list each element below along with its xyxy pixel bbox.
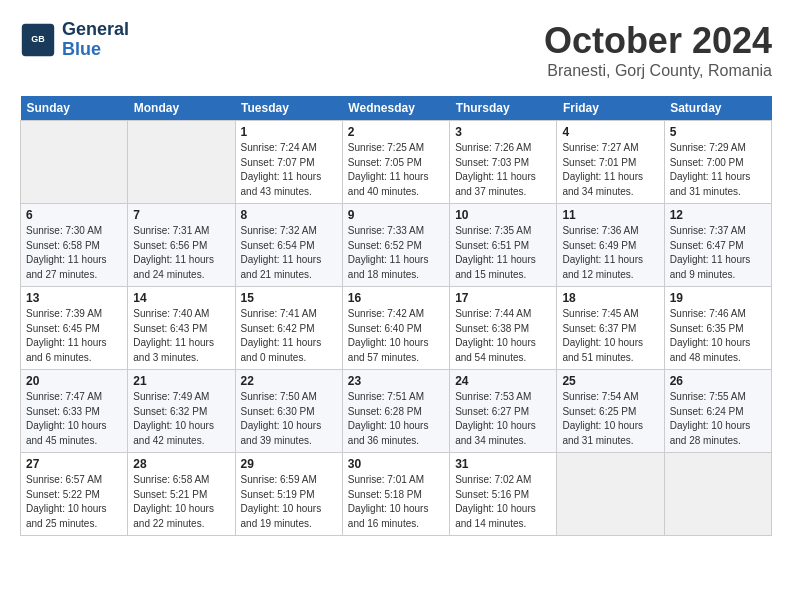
day-number: 3 <box>455 125 551 139</box>
day-info: Sunrise: 7:02 AM Sunset: 5:16 PM Dayligh… <box>455 473 551 531</box>
calendar-cell: 16Sunrise: 7:42 AM Sunset: 6:40 PM Dayli… <box>342 287 449 370</box>
day-number: 14 <box>133 291 229 305</box>
day-info: Sunrise: 7:44 AM Sunset: 6:38 PM Dayligh… <box>455 307 551 365</box>
day-info: Sunrise: 7:33 AM Sunset: 6:52 PM Dayligh… <box>348 224 444 282</box>
calendar-cell: 21Sunrise: 7:49 AM Sunset: 6:32 PM Dayli… <box>128 370 235 453</box>
day-info: Sunrise: 6:57 AM Sunset: 5:22 PM Dayligh… <box>26 473 122 531</box>
day-info: Sunrise: 7:55 AM Sunset: 6:24 PM Dayligh… <box>670 390 766 448</box>
day-number: 24 <box>455 374 551 388</box>
calendar-table: SundayMondayTuesdayWednesdayThursdayFrid… <box>20 96 772 536</box>
calendar-cell: 31Sunrise: 7:02 AM Sunset: 5:16 PM Dayli… <box>450 453 557 536</box>
day-info: Sunrise: 7:47 AM Sunset: 6:33 PM Dayligh… <box>26 390 122 448</box>
day-number: 4 <box>562 125 658 139</box>
weekday-header-monday: Monday <box>128 96 235 121</box>
day-info: Sunrise: 7:50 AM Sunset: 6:30 PM Dayligh… <box>241 390 337 448</box>
weekday-header-saturday: Saturday <box>664 96 771 121</box>
day-number: 1 <box>241 125 337 139</box>
day-number: 22 <box>241 374 337 388</box>
weekday-header-thursday: Thursday <box>450 96 557 121</box>
calendar-cell: 27Sunrise: 6:57 AM Sunset: 5:22 PM Dayli… <box>21 453 128 536</box>
day-number: 29 <box>241 457 337 471</box>
day-info: Sunrise: 7:37 AM Sunset: 6:47 PM Dayligh… <box>670 224 766 282</box>
calendar-cell: 23Sunrise: 7:51 AM Sunset: 6:28 PM Dayli… <box>342 370 449 453</box>
day-info: Sunrise: 7:01 AM Sunset: 5:18 PM Dayligh… <box>348 473 444 531</box>
calendar-cell: 17Sunrise: 7:44 AM Sunset: 6:38 PM Dayli… <box>450 287 557 370</box>
day-number: 8 <box>241 208 337 222</box>
day-number: 19 <box>670 291 766 305</box>
calendar-cell: 18Sunrise: 7:45 AM Sunset: 6:37 PM Dayli… <box>557 287 664 370</box>
day-info: Sunrise: 7:30 AM Sunset: 6:58 PM Dayligh… <box>26 224 122 282</box>
calendar-cell: 28Sunrise: 6:58 AM Sunset: 5:21 PM Dayli… <box>128 453 235 536</box>
calendar-cell: 26Sunrise: 7:55 AM Sunset: 6:24 PM Dayli… <box>664 370 771 453</box>
day-info: Sunrise: 7:36 AM Sunset: 6:49 PM Dayligh… <box>562 224 658 282</box>
calendar-cell: 29Sunrise: 6:59 AM Sunset: 5:19 PM Dayli… <box>235 453 342 536</box>
calendar-cell: 5Sunrise: 7:29 AM Sunset: 7:00 PM Daylig… <box>664 121 771 204</box>
day-info: Sunrise: 7:49 AM Sunset: 6:32 PM Dayligh… <box>133 390 229 448</box>
day-number: 6 <box>26 208 122 222</box>
day-number: 20 <box>26 374 122 388</box>
day-info: Sunrise: 7:40 AM Sunset: 6:43 PM Dayligh… <box>133 307 229 365</box>
calendar-week-5: 27Sunrise: 6:57 AM Sunset: 5:22 PM Dayli… <box>21 453 772 536</box>
day-number: 18 <box>562 291 658 305</box>
day-number: 17 <box>455 291 551 305</box>
logo: GB General Blue <box>20 20 129 60</box>
calendar-cell: 2Sunrise: 7:25 AM Sunset: 7:05 PM Daylig… <box>342 121 449 204</box>
day-number: 9 <box>348 208 444 222</box>
logo-icon: GB <box>20 22 56 58</box>
day-number: 10 <box>455 208 551 222</box>
calendar-cell: 6Sunrise: 7:30 AM Sunset: 6:58 PM Daylig… <box>21 204 128 287</box>
calendar-cell <box>664 453 771 536</box>
calendar-week-1: 1Sunrise: 7:24 AM Sunset: 7:07 PM Daylig… <box>21 121 772 204</box>
day-info: Sunrise: 7:42 AM Sunset: 6:40 PM Dayligh… <box>348 307 444 365</box>
calendar-header-row: SundayMondayTuesdayWednesdayThursdayFrid… <box>21 96 772 121</box>
title-section: October 2024 Branesti, Gorj County, Roma… <box>544 20 772 80</box>
weekday-header-friday: Friday <box>557 96 664 121</box>
calendar-cell: 12Sunrise: 7:37 AM Sunset: 6:47 PM Dayli… <box>664 204 771 287</box>
day-number: 5 <box>670 125 766 139</box>
day-number: 30 <box>348 457 444 471</box>
calendar-cell: 1Sunrise: 7:24 AM Sunset: 7:07 PM Daylig… <box>235 121 342 204</box>
day-info: Sunrise: 7:39 AM Sunset: 6:45 PM Dayligh… <box>26 307 122 365</box>
calendar-week-3: 13Sunrise: 7:39 AM Sunset: 6:45 PM Dayli… <box>21 287 772 370</box>
day-info: Sunrise: 7:35 AM Sunset: 6:51 PM Dayligh… <box>455 224 551 282</box>
day-info: Sunrise: 7:26 AM Sunset: 7:03 PM Dayligh… <box>455 141 551 199</box>
logo-text: General Blue <box>62 20 129 60</box>
calendar-cell: 8Sunrise: 7:32 AM Sunset: 6:54 PM Daylig… <box>235 204 342 287</box>
weekday-header-sunday: Sunday <box>21 96 128 121</box>
day-number: 13 <box>26 291 122 305</box>
day-info: Sunrise: 7:31 AM Sunset: 6:56 PM Dayligh… <box>133 224 229 282</box>
calendar-cell: 14Sunrise: 7:40 AM Sunset: 6:43 PM Dayli… <box>128 287 235 370</box>
day-number: 26 <box>670 374 766 388</box>
day-info: Sunrise: 6:58 AM Sunset: 5:21 PM Dayligh… <box>133 473 229 531</box>
day-number: 25 <box>562 374 658 388</box>
day-number: 23 <box>348 374 444 388</box>
day-info: Sunrise: 7:45 AM Sunset: 6:37 PM Dayligh… <box>562 307 658 365</box>
day-number: 28 <box>133 457 229 471</box>
day-number: 11 <box>562 208 658 222</box>
day-info: Sunrise: 7:24 AM Sunset: 7:07 PM Dayligh… <box>241 141 337 199</box>
calendar-cell: 25Sunrise: 7:54 AM Sunset: 6:25 PM Dayli… <box>557 370 664 453</box>
day-info: Sunrise: 6:59 AM Sunset: 5:19 PM Dayligh… <box>241 473 337 531</box>
calendar-cell <box>128 121 235 204</box>
day-info: Sunrise: 7:51 AM Sunset: 6:28 PM Dayligh… <box>348 390 444 448</box>
month-title: October 2024 <box>544 20 772 62</box>
calendar-cell: 19Sunrise: 7:46 AM Sunset: 6:35 PM Dayli… <box>664 287 771 370</box>
day-info: Sunrise: 7:25 AM Sunset: 7:05 PM Dayligh… <box>348 141 444 199</box>
page-header: GB General Blue October 2024 Branesti, G… <box>20 20 772 80</box>
weekday-header-wednesday: Wednesday <box>342 96 449 121</box>
calendar-week-4: 20Sunrise: 7:47 AM Sunset: 6:33 PM Dayli… <box>21 370 772 453</box>
weekday-header-tuesday: Tuesday <box>235 96 342 121</box>
calendar-cell <box>21 121 128 204</box>
day-info: Sunrise: 7:41 AM Sunset: 6:42 PM Dayligh… <box>241 307 337 365</box>
calendar-cell: 11Sunrise: 7:36 AM Sunset: 6:49 PM Dayli… <box>557 204 664 287</box>
calendar-cell: 24Sunrise: 7:53 AM Sunset: 6:27 PM Dayli… <box>450 370 557 453</box>
calendar-cell: 3Sunrise: 7:26 AM Sunset: 7:03 PM Daylig… <box>450 121 557 204</box>
calendar-cell: 13Sunrise: 7:39 AM Sunset: 6:45 PM Dayli… <box>21 287 128 370</box>
day-info: Sunrise: 7:53 AM Sunset: 6:27 PM Dayligh… <box>455 390 551 448</box>
day-number: 15 <box>241 291 337 305</box>
day-number: 7 <box>133 208 229 222</box>
location-subtitle: Branesti, Gorj County, Romania <box>544 62 772 80</box>
calendar-body: 1Sunrise: 7:24 AM Sunset: 7:07 PM Daylig… <box>21 121 772 536</box>
calendar-cell: 10Sunrise: 7:35 AM Sunset: 6:51 PM Dayli… <box>450 204 557 287</box>
day-info: Sunrise: 7:29 AM Sunset: 7:00 PM Dayligh… <box>670 141 766 199</box>
